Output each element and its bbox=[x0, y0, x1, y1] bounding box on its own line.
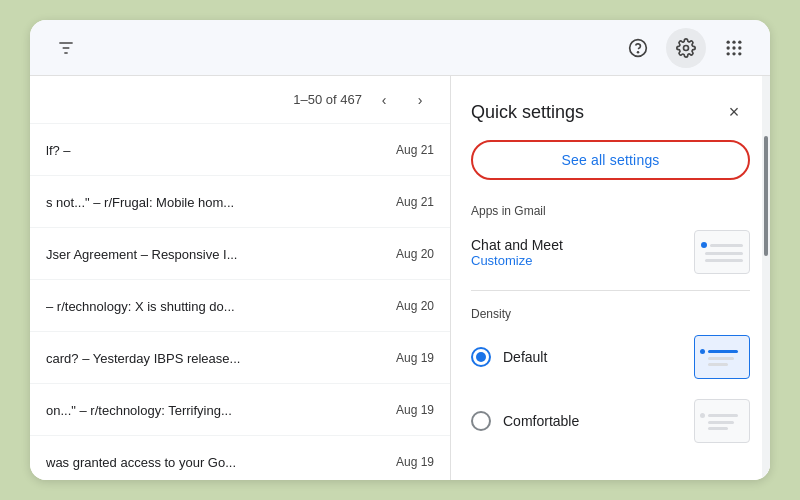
email-date: Aug 20 bbox=[396, 247, 434, 261]
email-subject: s not..." – r/Frugal: Mobile hom... bbox=[46, 195, 234, 210]
svg-point-14 bbox=[738, 52, 741, 55]
density-default-preview bbox=[694, 335, 750, 379]
svg-point-11 bbox=[738, 46, 741, 49]
email-list: lf? – Aug 21 s not..." – r/Frugal: Mobil… bbox=[30, 124, 450, 480]
quick-settings-panel: Quick settings × See all settings Apps i… bbox=[450, 76, 770, 480]
email-date: Aug 21 bbox=[396, 195, 434, 209]
main-window: 1–50 of 467 ‹ › lf? – Aug 21 s not..." –… bbox=[30, 20, 770, 480]
email-subject: Jser Agreement – Responsive I... bbox=[46, 247, 237, 262]
svg-point-10 bbox=[732, 46, 735, 49]
email-content: lf? – bbox=[46, 141, 388, 159]
pagination-text: 1–50 of 467 bbox=[293, 92, 362, 107]
top-bar bbox=[30, 20, 770, 76]
density-default-row[interactable]: Default bbox=[451, 325, 770, 389]
quick-settings-header: Quick settings × bbox=[451, 76, 770, 140]
see-all-settings-button[interactable]: See all settings bbox=[471, 140, 750, 180]
section-divider bbox=[471, 290, 750, 291]
see-all-label: See all settings bbox=[561, 152, 659, 168]
email-subject: – r/technology: X is shutting do... bbox=[46, 299, 235, 314]
main-area: 1–50 of 467 ‹ › lf? – Aug 21 s not..." –… bbox=[30, 76, 770, 480]
email-content: on..." – r/technology: Terrifying... bbox=[46, 401, 388, 419]
radio-inner-dot bbox=[476, 352, 486, 362]
density-comfortable-row[interactable]: Comfortable bbox=[451, 389, 770, 453]
email-item[interactable]: lf? – Aug 21 bbox=[30, 124, 450, 176]
svg-point-12 bbox=[727, 52, 730, 55]
svg-point-8 bbox=[738, 40, 741, 43]
next-page-button[interactable]: › bbox=[406, 86, 434, 114]
chat-meet-text: Chat and Meet Customize bbox=[471, 237, 682, 268]
email-item[interactable]: – r/technology: X is shutting do... Aug … bbox=[30, 280, 450, 332]
density-comfortable-radio[interactable] bbox=[471, 411, 491, 431]
email-item[interactable]: Jser Agreement – Responsive I... Aug 20 bbox=[30, 228, 450, 280]
apps-section-label: Apps in Gmail bbox=[451, 196, 770, 222]
email-subject: on..." – r/technology: Terrifying... bbox=[46, 403, 232, 418]
email-content: – r/technology: X is shutting do... bbox=[46, 297, 388, 315]
email-item[interactable]: on..." – r/technology: Terrifying... Aug… bbox=[30, 384, 450, 436]
apps-button[interactable] bbox=[714, 28, 754, 68]
quick-settings-title: Quick settings bbox=[471, 102, 584, 123]
svg-point-9 bbox=[727, 46, 730, 49]
email-item[interactable]: was granted access to your Go... Aug 19 bbox=[30, 436, 450, 480]
email-item[interactable]: card? – Yesterday IBPS release... Aug 19 bbox=[30, 332, 450, 384]
email-date: Aug 20 bbox=[396, 299, 434, 313]
close-button[interactable]: × bbox=[718, 96, 750, 128]
customize-link[interactable]: Customize bbox=[471, 253, 682, 268]
top-bar-left bbox=[46, 28, 86, 68]
chat-meet-preview bbox=[694, 230, 750, 274]
svg-point-6 bbox=[727, 40, 730, 43]
help-button[interactable] bbox=[618, 28, 658, 68]
email-panel: 1–50 of 467 ‹ › lf? – Aug 21 s not..." –… bbox=[30, 76, 450, 480]
density-comfortable-preview bbox=[694, 399, 750, 443]
svg-point-5 bbox=[684, 45, 689, 50]
chat-meet-row: Chat and Meet Customize bbox=[451, 222, 770, 282]
email-content: card? – Yesterday IBPS release... bbox=[46, 349, 388, 367]
chat-meet-title: Chat and Meet bbox=[471, 237, 682, 253]
email-content: s not..." – r/Frugal: Mobile hom... bbox=[46, 193, 388, 211]
top-bar-right bbox=[618, 28, 754, 68]
density-section-label: Density bbox=[451, 299, 770, 325]
svg-point-13 bbox=[732, 52, 735, 55]
svg-point-7 bbox=[732, 40, 735, 43]
email-item[interactable]: s not..." – r/Frugal: Mobile hom... Aug … bbox=[30, 176, 450, 228]
prev-page-button[interactable]: ‹ bbox=[370, 86, 398, 114]
email-date: Aug 19 bbox=[396, 351, 434, 365]
email-date: Aug 19 bbox=[396, 403, 434, 417]
email-date: Aug 21 bbox=[396, 143, 434, 157]
email-date: Aug 19 bbox=[396, 455, 434, 469]
email-content: Jser Agreement – Responsive I... bbox=[46, 245, 388, 263]
email-subject: card? – Yesterday IBPS release... bbox=[46, 351, 240, 366]
density-default-radio[interactable] bbox=[471, 347, 491, 367]
scrollbar-thumb bbox=[764, 136, 768, 256]
email-subject: lf? – bbox=[46, 143, 71, 158]
email-content: was granted access to your Go... bbox=[46, 453, 388, 471]
density-default-label: Default bbox=[503, 349, 682, 365]
scrollbar[interactable] bbox=[762, 76, 770, 480]
email-subject: was granted access to your Go... bbox=[46, 455, 236, 470]
density-comfortable-label: Comfortable bbox=[503, 413, 682, 429]
pagination-bar: 1–50 of 467 ‹ › bbox=[30, 76, 450, 124]
filter-button[interactable] bbox=[46, 28, 86, 68]
settings-button[interactable] bbox=[666, 28, 706, 68]
